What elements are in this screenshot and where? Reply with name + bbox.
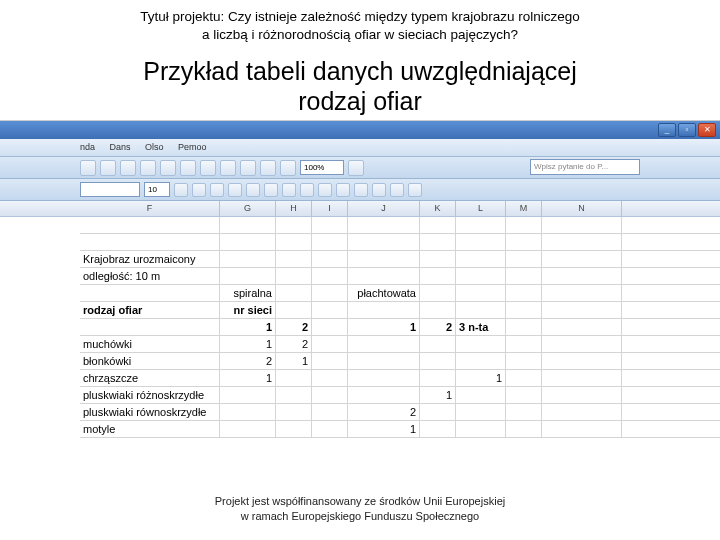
standard-toolbar: 100% Wpisz pytanie do P... — [0, 157, 720, 179]
help-icon[interactable] — [348, 160, 364, 176]
footer-l1: Projekt jest współfinansowany ze środków… — [215, 495, 505, 507]
currency-icon[interactable] — [300, 183, 314, 197]
slide-heading: Przykład tabeli danych uwzględniającej r… — [0, 48, 720, 120]
titlebar: _ ▫ ✕ — [0, 121, 720, 139]
cell-nr-sieci[interactable]: nr sieci — [220, 302, 276, 318]
open-icon[interactable] — [100, 160, 116, 176]
menubar[interactable]: nda Dans Olso Pemoo — [0, 139, 720, 157]
zoom-combo[interactable]: 100% — [300, 160, 344, 175]
cell-val[interactable]: 1 — [220, 336, 276, 352]
chart-icon[interactable] — [280, 160, 296, 176]
slide-heading-l2: rodzaj ofiar — [298, 87, 422, 115]
colhdr-f[interactable]: F — [80, 201, 220, 216]
cell-rodzaj-ofiar[interactable]: rodzaj ofiar — [80, 302, 220, 318]
redo-icon[interactable] — [240, 160, 256, 176]
merge-icon[interactable] — [282, 183, 296, 197]
project-title-l2: a liczbą i różnorodnością ofiar w siecia… — [202, 27, 518, 42]
column-headers: F G H I J K L M N — [0, 201, 720, 217]
menu-item[interactable]: Olso — [145, 142, 164, 152]
project-title: Tytuł projektu: Czy istnieje zależność m… — [0, 0, 720, 48]
row-blonkowki[interactable]: błonkówki — [80, 353, 220, 369]
project-title-l1: Tytuł projektu: Czy istnieje zależność m… — [140, 9, 580, 24]
spreadsheet-grid[interactable]: Krajobraz urozmaicony odległość: 10 m sp… — [0, 217, 720, 438]
fillcolor-icon[interactable] — [390, 183, 404, 197]
window-controls: _ ▫ ✕ — [658, 123, 716, 137]
cell-val[interactable]: 2 — [220, 353, 276, 369]
footer-l2: w ramach Europejskiego Funduszu Społeczn… — [241, 510, 479, 522]
print-icon[interactable] — [140, 160, 156, 176]
row-muchowki[interactable]: muchówki — [80, 336, 220, 352]
fontcolor-icon[interactable] — [408, 183, 422, 197]
cell-net1[interactable]: 1 — [220, 319, 276, 335]
menu-item[interactable]: Dans — [110, 142, 131, 152]
cell-val[interactable]: 2 — [348, 404, 420, 420]
align-left-icon[interactable] — [228, 183, 242, 197]
cell-val[interactable]: 2 — [276, 336, 312, 352]
cell-plachtowata[interactable]: płachtowata — [348, 285, 420, 301]
colhdr-g[interactable]: G — [220, 201, 276, 216]
align-center-icon[interactable] — [246, 183, 260, 197]
sort-icon[interactable] — [260, 160, 276, 176]
borders-icon[interactable] — [372, 183, 386, 197]
menu-item[interactable]: Pemoo — [178, 142, 207, 152]
maximize-button[interactable]: ▫ — [678, 123, 696, 137]
paste-icon[interactable] — [200, 160, 216, 176]
cell-landscape[interactable]: Krajobraz urozmaicony — [80, 251, 220, 267]
cell-spiralna[interactable]: spiralna — [220, 285, 276, 301]
close-button[interactable]: ✕ — [698, 123, 716, 137]
cell-val[interactable]: 1 — [420, 387, 456, 403]
colhdr-h[interactable]: H — [276, 201, 312, 216]
new-icon[interactable] — [80, 160, 96, 176]
cell-knet-nta[interactable]: 3 n-ta — [456, 319, 506, 335]
colhdr-j[interactable]: J — [348, 201, 420, 216]
colhdr-i[interactable]: I — [312, 201, 348, 216]
row-chrzaszcze[interactable]: chrząszcze — [80, 370, 220, 386]
minimize-button[interactable]: _ — [658, 123, 676, 137]
underline-icon[interactable] — [210, 183, 224, 197]
help-search-input[interactable]: Wpisz pytanie do P... — [530, 159, 640, 175]
row-pluskwiaki-w[interactable]: pluskwiaki równoskrzydłe — [80, 404, 220, 420]
cell-knet2[interactable]: 2 — [420, 319, 456, 335]
colhdr-l[interactable]: L — [456, 201, 506, 216]
undo-icon[interactable] — [220, 160, 236, 176]
formatting-toolbar: 10 — [0, 179, 720, 201]
font-combo[interactable] — [80, 182, 140, 197]
colhdr-m[interactable]: M — [506, 201, 542, 216]
cut-icon[interactable] — [160, 160, 176, 176]
slide-heading-l1: Przykład tabeli danych uwzględniającej — [143, 57, 577, 85]
copy-icon[interactable] — [180, 160, 196, 176]
colhdr-n[interactable]: N — [542, 201, 622, 216]
row-pluskwiaki-r[interactable]: pluskwiaki różnoskrzydłe — [80, 387, 220, 403]
footer-text: Projekt jest współfinansowany ze środków… — [0, 494, 720, 524]
percent-icon[interactable] — [318, 183, 332, 197]
italic-icon[interactable] — [192, 183, 206, 197]
bold-icon[interactable] — [174, 183, 188, 197]
menu-item[interactable]: nda — [80, 142, 95, 152]
row-motyle[interactable]: motyle — [80, 421, 220, 437]
cell-val[interactable]: 1 — [456, 370, 506, 386]
cell-net2[interactable]: 2 — [276, 319, 312, 335]
cell-val[interactable]: 1 — [220, 370, 276, 386]
cell-val[interactable]: 1 — [276, 353, 312, 369]
comma-icon[interactable] — [336, 183, 350, 197]
cell-distance[interactable]: odległość: 10 m — [80, 268, 220, 284]
cell-val[interactable]: 1 — [348, 421, 420, 437]
excel-screenshot: _ ▫ ✕ nda Dans Olso Pemoo 100% Wpisz pyt… — [0, 120, 720, 420]
fontsize-combo[interactable]: 10 — [144, 182, 170, 197]
save-icon[interactable] — [120, 160, 136, 176]
cell-knet1[interactable]: 1 — [348, 319, 420, 335]
colhdr-k[interactable]: K — [420, 201, 456, 216]
align-right-icon[interactable] — [264, 183, 278, 197]
indent-icon[interactable] — [354, 183, 368, 197]
